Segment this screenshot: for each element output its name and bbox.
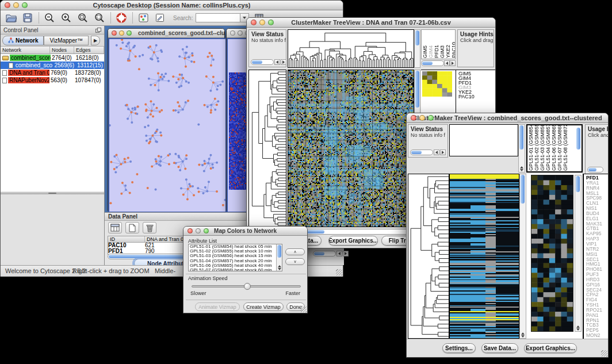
column-dendrogram-area[interactable] (449, 124, 518, 156)
treeview-dna-titlebar[interactable]: ClusterMaker TreeView : DNA and Tran 07-… (247, 18, 495, 28)
row-dendrogram-canvas[interactable] (408, 174, 449, 339)
gene-vscrollbar[interactable] (575, 175, 582, 332)
column-label[interactable]: GPL51-08 (GSM872) (563, 124, 568, 171)
dialog-titlebar[interactable]: Map Colors to Network (183, 227, 307, 236)
scrollbar-thumb[interactable] (314, 252, 324, 255)
close-icon[interactable] (411, 115, 416, 121)
column-label[interactable]: GIM5 (423, 45, 428, 58)
resize-grip[interactable] (300, 306, 307, 312)
gene-label[interactable]: SEC1 (586, 257, 608, 262)
summary-matrix-canvas[interactable] (422, 71, 452, 97)
scrollbar-thumb[interactable] (415, 71, 419, 108)
view-status-scrollbar[interactable] (410, 150, 446, 155)
zoom-in-icon[interactable] (60, 12, 72, 24)
row-dendrogram-canvas[interactable] (248, 70, 286, 227)
scroll-left-arrow-icon[interactable] (274, 59, 280, 65)
slider-thumb[interactable] (244, 283, 251, 290)
gene-label[interactable]: PHO81 (586, 267, 608, 272)
gene-label[interactable]: NTR2 (586, 247, 608, 252)
network-table-row[interactable]: combined_scores 2764(0) 16218(0) (1, 54, 104, 62)
minimize-icon[interactable] (196, 228, 201, 233)
attribute-list[interactable]: GPL51-01 (GSM854) heat shock 05 min GPL5… (188, 244, 282, 271)
gene-label[interactable]: PUF3 (586, 272, 608, 277)
scroll-right-arrow-icon[interactable] (281, 59, 286, 65)
column-label[interactable]: PAC10 (452, 42, 456, 58)
minimize-icon[interactable] (238, 30, 243, 36)
settings-button[interactable]: Settings... (442, 343, 476, 353)
gene-label[interactable]: ELG1 (586, 216, 608, 221)
gene-label[interactable]: GTB1 (586, 226, 608, 231)
summary-scrollbar[interactable] (421, 60, 456, 66)
view-status-scrollbar[interactable] (251, 59, 286, 65)
column-dendrogram-canvas[interactable] (288, 29, 414, 68)
gene-label[interactable]: PFD1 (586, 175, 608, 181)
network-view-titlebar[interactable]: combined_scores_good.txt--cluste... (108, 29, 224, 38)
zoom-window-icon[interactable] (127, 30, 132, 36)
column-label[interactable]: GPL51-03 (GSM856) (540, 124, 545, 171)
column-label[interactable]: YKE2 (446, 45, 451, 58)
scroll-right-arrow-icon[interactable] (343, 251, 349, 256)
zoom-out-icon[interactable] (43, 12, 56, 24)
resize-grip[interactable] (336, 269, 342, 275)
main-titlebar[interactable]: Cytoscape Desktop (Session Name: collins… (1, 1, 343, 10)
network-table-header[interactable]: Network Nodes Edges (1, 47, 104, 54)
minimize-icon[interactable] (13, 2, 19, 8)
column-label[interactable]: GPL51-02 (GSM855) (534, 124, 540, 171)
gene-label[interactable]: YRA1 (586, 181, 608, 186)
treeview-combined-titlebar[interactable]: ClusterMaker TreeView : combined_scores_… (407, 113, 608, 123)
scrollbar-thumb[interactable] (519, 125, 523, 150)
animate-vizmap-button[interactable]: Animate Vizmap (195, 302, 240, 311)
attribute-list-scrollbar[interactable] (276, 244, 282, 271)
gene-label[interactable]: FIG4 (586, 297, 608, 302)
tab-vizmapper[interactable]: VizMapper™ (44, 36, 89, 45)
save-session-icon[interactable] (21, 12, 34, 24)
scroll-up-arrow-icon[interactable] (576, 325, 580, 328)
minimize-icon[interactable] (419, 115, 425, 121)
close-icon[interactable] (251, 20, 257, 25)
attribute-list-item[interactable]: GPL51-07 (GSM868) heat shock 60 min (189, 268, 282, 271)
network-table-row[interactable]: RNAPuberNov2+ 563(0) 107847(0) (1, 76, 104, 84)
column-tree-scrollbar[interactable] (518, 124, 525, 173)
column-label[interactable]: GPL51-06 (GSM865) (552, 124, 557, 171)
gene-label[interactable]: PEP5 (586, 328, 608, 333)
column-label[interactable]: GPL51-04 (GSM857) (546, 124, 551, 171)
gene-label[interactable]: TCB3 (586, 323, 608, 328)
heatmap-vscrollbar[interactable] (519, 174, 526, 339)
search-input[interactable] (196, 13, 240, 22)
gene-label[interactable]: CLN1 (586, 201, 608, 206)
gene-label[interactable]: GPI16 (586, 282, 608, 288)
save-data-button[interactable]: Save Data... (481, 343, 518, 353)
column-label[interactable]: GPL51-07 (GSM868) (557, 124, 563, 171)
attribute-select-icon[interactable] (108, 222, 122, 233)
gene-label[interactable]: VIP1 (586, 242, 608, 247)
gene-label[interactable]: MAK31 (586, 221, 608, 227)
column-label[interactable]: GIM3 (440, 45, 445, 58)
scrollbar-thumb[interactable] (277, 245, 281, 258)
scroll-right-arrow-icon[interactable] (450, 60, 456, 66)
labels-scrollbar-thumb[interactable] (576, 128, 580, 150)
help-icon[interactable] (115, 12, 128, 24)
close-icon[interactable] (230, 30, 235, 36)
gene-label[interactable]: HRD3 (586, 277, 608, 282)
scroll-down-arrow-icon[interactable] (278, 268, 281, 270)
birdseye-view-canvas[interactable] (1, 194, 104, 265)
gene-label[interactable]: HAP3 (586, 236, 608, 242)
gene-label[interactable]: MSI1 (586, 252, 608, 257)
zoom-window-icon[interactable] (268, 20, 274, 25)
expression-heatmap-canvas[interactable] (449, 174, 519, 339)
scroll-down-arrow-icon[interactable] (576, 328, 580, 331)
zoom-window-icon[interactable] (22, 2, 28, 8)
move-down-button[interactable]: ∨ (285, 258, 305, 265)
gene-label[interactable]: MSL1 (586, 191, 608, 196)
gene-label[interactable]: MON2 (586, 333, 608, 338)
vizmapper-icon[interactable] (137, 12, 150, 24)
export-graphics-button[interactable]: Export Graphics... (328, 236, 378, 246)
animation-speed-slider[interactable] (192, 285, 301, 288)
column-label[interactable]: GPL51-01 (GSM854) (529, 124, 534, 171)
scroll-up-arrow-icon[interactable] (521, 332, 525, 335)
network-table-row[interactable]: combined_sco 2569(6) 13112(15) (1, 62, 104, 69)
export-graphics-button[interactable]: Export Graphics... (524, 343, 577, 353)
gene-label[interactable]: PAN1 (586, 313, 608, 318)
tab-overflow-button[interactable]: ▶ (91, 36, 100, 45)
network-graph-canvas[interactable] (108, 38, 227, 212)
